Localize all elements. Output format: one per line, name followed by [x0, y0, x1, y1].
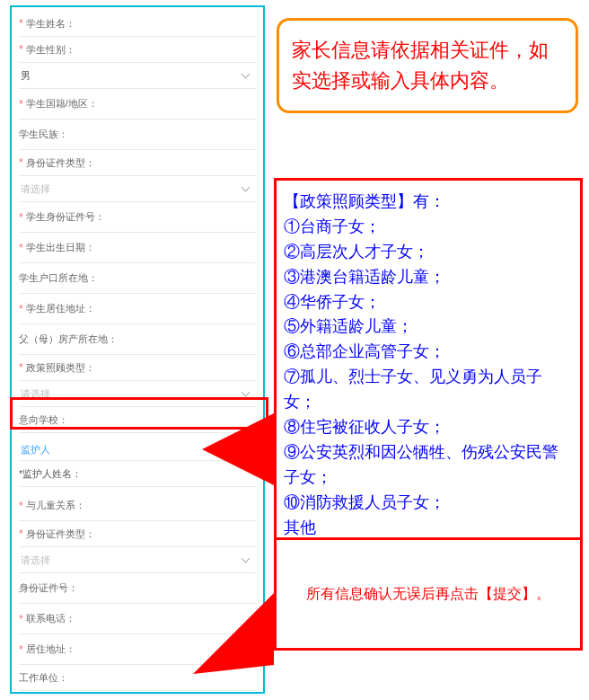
chevron-down-icon [242, 71, 251, 80]
policy-item: ⑧住宅被征收人子女； [284, 415, 573, 440]
label-school: 意向学校： [19, 413, 68, 427]
label-address: 学生居住地址： [26, 302, 95, 315]
field-ethnicity[interactable]: 学生民族： [19, 120, 256, 150]
field-property[interactable]: 父（母）房产所在地： [19, 324, 256, 355]
policy-item: ⑩消防救援人员子女； [284, 491, 573, 516]
callout-orange: 家长信息请依据相关证件，如实选择或输入具体内容。 [277, 18, 578, 113]
label-g-id-number: 身份证件号： [19, 581, 78, 595]
label-work: 工作单位： [19, 671, 68, 685]
mobile-form-panel: *学生姓名： *学生性别： 男 *学生国籍/地区： 学生民族： *身份证件类型：… [10, 5, 265, 694]
policy-item: ①台商子女； [284, 215, 573, 240]
field-g-id-number[interactable]: 身份证件号： [19, 573, 256, 604]
label-relation: 与儿童关系： [26, 499, 85, 512]
field-policy-select[interactable]: 请选择 [19, 381, 256, 407]
chevron-down-icon [242, 184, 251, 193]
field-id-type-select[interactable]: 请选择 [19, 176, 256, 202]
label-birth: 学生出生日期： [26, 241, 95, 254]
field-birth[interactable]: *学生出生日期： [19, 233, 256, 263]
label-policy: 政策照顾类型： [26, 361, 95, 375]
field-student-gender-label: *学生性别： [19, 37, 256, 63]
field-address[interactable]: *学生居住地址： [19, 294, 256, 324]
label-g-address: 居住地址： [26, 642, 75, 656]
field-student-gender-value[interactable]: 男 [19, 63, 256, 89]
label-guardian-name: *监护人姓名： [19, 467, 82, 481]
field-id-number[interactable]: *学生身份证件号： [19, 202, 256, 233]
field-work[interactable]: 工作单位： [19, 665, 256, 691]
field-policy-label: *政策照顾类型： [19, 355, 256, 381]
field-school[interactable]: 意向学校： [19, 407, 256, 433]
value-student-gender: 男 [19, 69, 31, 83]
label-student-gender: 学生性别： [26, 43, 75, 57]
callout-orange-text: 家长信息请依据相关证件，如实选择或输入具体内容。 [292, 39, 549, 92]
chevron-down-icon [242, 389, 251, 398]
policy-heading: 【政策照顾类型】有： [284, 190, 573, 215]
policy-item: ②高层次人才子女； [284, 240, 573, 265]
policy-item: ⑨公安英烈和因公牺牲、伤残公安民警子女； [284, 440, 573, 491]
placeholder-policy: 请选择 [19, 387, 50, 401]
field-guardian-name[interactable]: *监护人姓名： [19, 461, 256, 487]
field-student-name[interactable]: *学生姓名： [19, 11, 256, 37]
field-phone[interactable]: *联系电话： [19, 604, 256, 634]
placeholder-id-type: 请选择 [19, 182, 50, 196]
field-hukou[interactable]: 学生户口所在地： [19, 263, 256, 294]
section-guardian-title: 监护人 [19, 439, 256, 461]
label-hukou: 学生户口所在地： [19, 271, 98, 285]
label-nationality: 学生国籍/地区： [26, 97, 98, 111]
label-g-id-type: 身份证件类型： [26, 527, 95, 541]
field-id-type-label: *身份证件类型： [19, 150, 256, 176]
field-g-id-type-select[interactable]: 请选择 [19, 547, 256, 573]
policy-item: ④华侨子女； [284, 290, 573, 315]
field-relation[interactable]: *与儿童关系： [19, 491, 256, 521]
callout-submit-text: 所有信息确认无误后再点击【提交】。 [306, 585, 550, 604]
chevron-down-icon [242, 555, 251, 564]
label-ethnicity: 学生民族： [19, 128, 68, 141]
placeholder-g-id-type: 请选择 [19, 554, 50, 567]
policy-item: ⑦孤儿、烈士子女、见义勇为人员子女； [284, 365, 573, 415]
callout-policy-list: 【政策照顾类型】有： ①台商子女； ②高层次人才子女； ③港澳台籍适龄儿童； ④… [274, 178, 583, 552]
label-id-number: 学生身份证件号： [26, 210, 105, 224]
policy-item: ⑤外籍适龄儿童； [284, 315, 573, 340]
label-id-type: 身份证件类型： [26, 156, 95, 170]
disclaimer-box: ! 家长承诺：预报名登记时提供的所有证件均真实有效。如因提供伪造、虚假证件而影响… [19, 693, 256, 694]
field-nationality[interactable]: *学生国籍/地区： [19, 89, 256, 120]
label-property: 父（母）房产所在地： [19, 332, 118, 346]
form-container: *学生姓名： *学生性别： 男 *学生国籍/地区： 学生民族： *身份证件类型：… [12, 7, 263, 694]
policy-item: ③港澳台籍适龄儿童； [284, 265, 573, 290]
label-student-name: 学生姓名： [26, 17, 75, 31]
callout-submit-note: 所有信息确认无误后再点击【提交】。 [274, 537, 583, 651]
field-g-id-type-label: *身份证件类型： [19, 521, 256, 547]
field-g-address[interactable]: *居住地址： [19, 634, 256, 665]
label-phone: 联系电话： [26, 612, 75, 625]
policy-item: ⑥总部企业高管子女； [284, 340, 573, 365]
